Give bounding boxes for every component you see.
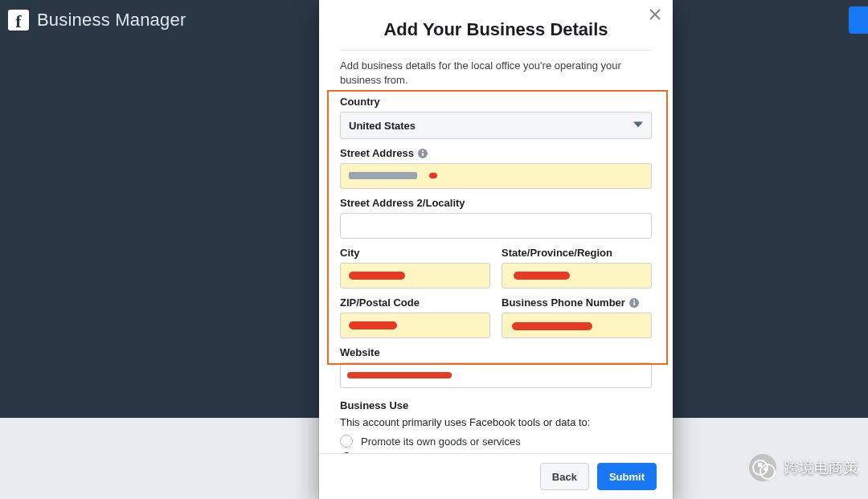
submit-button[interactable]: Submit [597,463,657,490]
street1-label: Street Address [340,147,652,159]
top-bar: f Business Manager [8,10,186,31]
country-value: United States [349,120,416,132]
city-input[interactable] [340,263,490,288]
website-label: Website [340,346,652,358]
divider [340,50,652,51]
facebook-logo-icon: f [8,10,29,31]
chevron-down-icon [633,120,643,132]
svg-point-7 [633,300,635,301]
city-label: City [340,247,490,259]
modal-description: Add business details for the local offic… [340,59,652,88]
phone-label: Business Phone Number [502,297,652,309]
state-input[interactable] [502,263,652,288]
country-label: Country [340,96,652,108]
modal-title: Add Your Business Details [319,19,673,40]
wechat-icon [749,454,776,481]
back-button[interactable]: Back [540,463,589,490]
business-use-desc: This account primarily uses Facebook too… [340,416,652,428]
watermark: 跨境电商策 [749,454,859,481]
info-icon[interactable] [418,149,428,158]
zip-label: ZIP/Postal Code [340,297,490,309]
street2-input[interactable] [340,213,652,239]
street2-label: Street Address 2/Locality [340,197,652,209]
create-button[interactable] [849,6,868,34]
svg-point-4 [422,150,424,152]
option-promote[interactable]: Promote its own goods or services [340,435,652,448]
zip-input[interactable] [340,313,490,338]
svg-rect-6 [633,302,635,305]
svg-rect-3 [422,153,424,156]
street1-input[interactable] [340,163,652,189]
state-label: State/Province/Region [502,247,652,259]
info-icon[interactable] [629,298,639,308]
app-title: Business Manager [37,10,186,31]
form: Country United States Street Address Str… [340,96,652,388]
radio-icon[interactable] [340,435,353,448]
close-icon[interactable] [645,5,665,24]
country-select[interactable]: United States [340,112,652,139]
business-details-modal: Add Your Business Details Add business d… [319,0,673,499]
modal-footer: Back Submit [319,453,673,499]
website-input[interactable] [340,362,652,388]
phone-input[interactable] [502,313,652,338]
business-use-label: Business Use [340,399,652,411]
